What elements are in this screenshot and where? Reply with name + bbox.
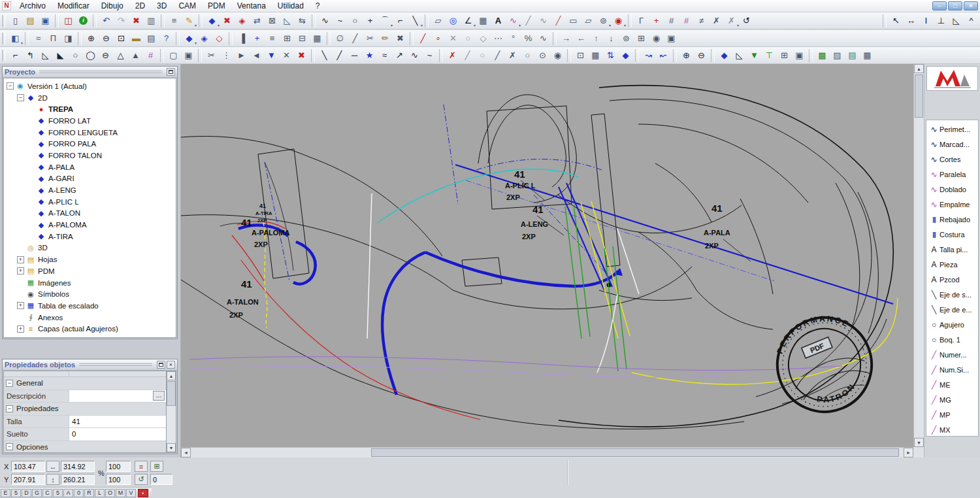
property-group-general[interactable]: −General xyxy=(4,377,166,390)
maximize-button[interactable]: □ xyxy=(948,1,962,10)
spline-icon[interactable]: ∿ xyxy=(318,14,333,28)
wings-icon[interactable]: ✗ xyxy=(709,14,724,28)
tree-item-a-plic-l[interactable]: ◆A-PLIC L xyxy=(4,196,176,208)
half-bar-icon[interactable]: ▐ xyxy=(235,31,250,46)
expand-icon[interactable]: + xyxy=(17,267,24,274)
row-list-icon[interactable]: ≡ xyxy=(265,31,280,46)
slash-red-icon[interactable]: ╱ xyxy=(551,14,566,28)
chamfer2-icon[interactable]: ◣ xyxy=(53,48,68,63)
tool-perimet[interactable]: ∿Perimet... xyxy=(926,122,978,137)
tree-item-a-gari[interactable]: ◆A-GARI xyxy=(4,173,176,185)
menu-help[interactable]: ? xyxy=(310,0,326,12)
property-value-field[interactable]: 41 xyxy=(69,416,166,428)
zoom-in-icon[interactable]: ⊕ xyxy=(84,31,99,46)
ring-tool-icon[interactable]: ⊚ xyxy=(596,14,611,28)
line-tool-icon[interactable]: ╲ xyxy=(408,14,423,28)
x-coordinate-field[interactable]: 103.47 xyxy=(11,461,45,472)
canvas-horizontal-scrollbar[interactable]: ◄ ► xyxy=(181,447,913,457)
delete-icon[interactable]: ✖ xyxy=(129,14,144,28)
ellipsis-icon[interactable]: ⋯ xyxy=(491,31,506,46)
scroll-up-button[interactable]: ▲ xyxy=(167,371,176,380)
mirror-icon[interactable]: ⇆ xyxy=(295,14,310,28)
pin-red-icon[interactable]: ◉ xyxy=(611,14,626,28)
flow-wave-icon[interactable]: ∿ xyxy=(536,31,551,46)
tree-item-a-pala[interactable]: ◆A-PALA xyxy=(4,161,176,173)
tool-mg[interactable]: ╱MG xyxy=(926,392,978,407)
magnify-sub-icon[interactable]: ⊖ xyxy=(694,48,709,63)
point-tool-icon[interactable]: + xyxy=(363,14,378,28)
zoom-out-icon[interactable]: ⊖ xyxy=(99,31,114,46)
arc-tool-icon[interactable]: ⌒ xyxy=(378,14,393,28)
expand-icon[interactable]: + xyxy=(17,325,24,333)
angle-tool-icon[interactable]: ∠ xyxy=(461,14,476,28)
parallelogram-icon[interactable]: ▱ xyxy=(581,14,596,28)
property-value-field[interactable]: 0 xyxy=(69,428,166,440)
status-cell-9[interactable]: L xyxy=(95,489,105,497)
slash-g-icon[interactable]: ╱ xyxy=(460,48,475,63)
collapse-icon[interactable]: − xyxy=(6,405,13,412)
tool-pieza[interactable]: APieza xyxy=(926,257,978,272)
tool-costura[interactable]: |||Costura xyxy=(926,227,978,242)
tool-pzcod[interactable]: APzcod xyxy=(926,272,978,287)
properties-panel-header[interactable]: Propiedades objetos × xyxy=(3,359,177,371)
grid-big-icon[interactable]: ▦ xyxy=(588,48,603,63)
help-icon[interactable]: ? xyxy=(159,31,174,46)
lines-mode-button[interactable]: ≡ xyxy=(135,461,148,472)
status-cell-5[interactable]: 5 xyxy=(53,489,63,497)
dots-v-icon[interactable]: ⋮ xyxy=(219,48,234,63)
zoom-window-icon[interactable]: ⊡ xyxy=(114,31,129,46)
tree-item-tabla-de-escalado[interactable]: +▦Tabla de escalado xyxy=(4,300,176,312)
measure-height-icon[interactable]: Ⅰ xyxy=(919,14,934,28)
scale-x-field[interactable]: 100 xyxy=(106,461,131,472)
menu-modificar[interactable]: Modificar xyxy=(52,0,95,12)
freehand-curve-icon[interactable]: ~ xyxy=(333,14,348,28)
tree-item-3d[interactable]: ◎3D xyxy=(4,242,176,254)
measure-width-icon[interactable]: ↔ xyxy=(904,14,919,28)
curve-soft-icon[interactable]: ~ xyxy=(422,48,437,63)
node-edit-icon[interactable]: ▱ xyxy=(431,14,446,28)
open-folder-icon[interactable]: ▤ xyxy=(23,14,38,28)
magnify-add-icon[interactable]: ⊕ xyxy=(679,48,694,63)
add-piece-icon[interactable]: ◆ xyxy=(204,14,220,28)
swap-pieces-icon[interactable]: ⇄ xyxy=(250,14,265,28)
expand-icon[interactable]: + xyxy=(17,302,24,309)
rect-tool-icon[interactable]: ▭ xyxy=(566,14,581,28)
arrow-right-icon[interactable]: → xyxy=(559,31,574,46)
scrollbar-thumb[interactable] xyxy=(915,75,923,118)
property-group-propiedades[interactable]: −Propiedades xyxy=(4,403,166,416)
table-add-icon[interactable]: ⊞ xyxy=(280,31,295,46)
menu-pdm[interactable]: PDM xyxy=(202,0,231,12)
wings-alt-icon[interactable]: ✗ xyxy=(724,14,739,28)
tree-item-anexos[interactable]: ∮Anexos xyxy=(4,312,176,324)
scroll-left-button[interactable]: ◄ xyxy=(181,448,191,457)
tool-mp[interactable]: ╱MP xyxy=(926,407,978,422)
swap-vert-icon[interactable]: ⇅ xyxy=(603,48,618,63)
tool-rebajado[interactable]: |||Rebajado xyxy=(926,212,978,227)
tool-eje-de-e[interactable]: ╲Eje de e... xyxy=(926,302,978,317)
menu-utilidad[interactable]: Utilidad xyxy=(272,0,310,12)
clip-region-icon[interactable]: ⊠ xyxy=(265,14,280,28)
status-cell-12[interactable]: V xyxy=(126,489,136,497)
scroll-up-button[interactable]: ▲ xyxy=(914,64,924,73)
properties-panel-close-button[interactable]: × xyxy=(167,361,175,369)
tree-item-forro-lat[interactable]: ◆FORRO LAT xyxy=(4,115,176,127)
tree-item-a-leng[interactable]: ◆A-LENG xyxy=(4,184,176,196)
tool-agujero[interactable]: ○Agujero xyxy=(926,317,978,332)
canvas-vertical-scrollbar[interactable]: ▲ ▼ xyxy=(913,64,924,447)
text-tool-icon[interactable]: A xyxy=(491,14,506,28)
tool-num-si[interactable]: ╱Num.Si... xyxy=(926,362,978,377)
menu-2d[interactable]: 2D xyxy=(129,0,151,12)
status-cell-6[interactable]: A xyxy=(63,489,73,497)
arrow-ne-icon[interactable]: ↗ xyxy=(392,48,407,63)
toolbar-grip[interactable] xyxy=(2,15,5,27)
degree-icon[interactable]: ° xyxy=(506,31,521,46)
minimize-button[interactable]: – xyxy=(932,1,947,10)
slash-d-icon[interactable]: ╱ xyxy=(490,48,505,63)
profile-icon[interactable]: Π xyxy=(46,31,61,46)
triangle-icon[interactable]: △ xyxy=(113,48,128,63)
diamond-sel-icon[interactable]: ◈ xyxy=(197,31,212,46)
project-panel-header[interactable]: Proyecto xyxy=(3,67,177,78)
status-cell-11[interactable]: M xyxy=(116,489,125,497)
null-set-icon[interactable]: ∅ xyxy=(333,31,348,46)
tool-marcad[interactable]: ∿Marcad... xyxy=(926,137,978,152)
